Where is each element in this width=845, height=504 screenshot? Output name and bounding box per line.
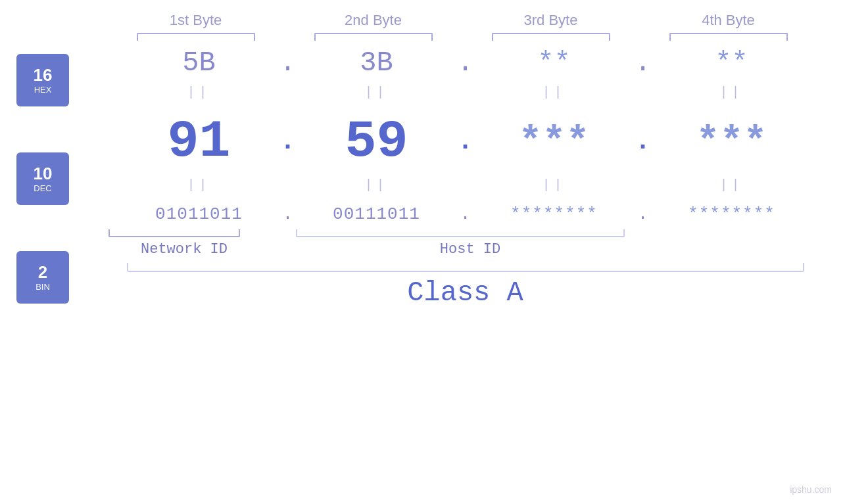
bracket-cell-3 — [462, 33, 640, 41]
bin-sep-1: . — [278, 204, 298, 224]
host-id-label: Host ID — [283, 241, 658, 258]
hex-val-1: 5B — [120, 47, 278, 79]
bin-val-1: 01011011 — [120, 204, 278, 224]
dec-val-2: 59 — [298, 112, 456, 172]
hex-badge-num: 16 — [34, 66, 53, 85]
watermark: ipshu.com — [790, 484, 832, 495]
eq-1-2: || — [298, 85, 456, 100]
dec-val-4: *** — [653, 120, 811, 164]
hex-badge: 16 HEX — [16, 54, 69, 106]
dec-sep-3: . — [633, 127, 653, 156]
byte-header-3: 3rd Byte — [462, 12, 640, 29]
network-id-label: Network ID — [85, 241, 283, 258]
sep-row-1: || || || || — [85, 79, 845, 105]
hex-sep-1: . — [278, 47, 298, 79]
sep-row-2: || || || || — [85, 172, 845, 198]
eq-2-4: || — [653, 177, 811, 193]
bin-val-3: ******** — [475, 204, 633, 224]
hex-sep-2: . — [456, 47, 475, 79]
bracket-3 — [492, 33, 610, 41]
bin-sep-3: . — [633, 204, 653, 224]
eq-1-3: || — [475, 85, 633, 100]
byte-header-2: 2nd Byte — [285, 12, 462, 29]
host-bracket-wrap — [283, 229, 638, 237]
hex-sep-3: . — [633, 47, 653, 79]
dec-sep-1: . — [278, 127, 298, 156]
bin-badge-num: 2 — [38, 263, 47, 282]
top-bracket-row — [39, 33, 845, 41]
bracket-cell-2 — [285, 33, 462, 41]
hex-val-3: ** — [475, 47, 633, 79]
dec-badge-label: DEC — [34, 183, 51, 193]
eq-1-1: || — [120, 85, 278, 100]
class-label-row: Class A — [85, 277, 845, 309]
bracket-cell-1 — [107, 33, 285, 41]
class-bracket-row — [85, 263, 845, 272]
hex-row: 5B . 3B . ** . ** — [85, 47, 845, 79]
bracket-2 — [314, 33, 433, 41]
eq-1-4: || — [653, 85, 811, 100]
dec-badge: 10 DEC — [16, 152, 69, 205]
bin-badge-label: BIN — [36, 282, 50, 292]
byte-headers: 1st Byte 2nd Byte 3rd Byte 4th Byte — [39, 0, 845, 29]
network-bracket-wrap — [85, 229, 263, 237]
rows-wrapper: 16 HEX 10 DEC 2 BIN 5B . — [0, 41, 845, 310]
dec-sep-2: . — [456, 127, 475, 156]
hex-val-4: ** — [653, 47, 811, 79]
host-bracket — [296, 229, 625, 237]
main-container: 1st Byte 2nd Byte 3rd Byte 4th Byte 16 H… — [0, 0, 845, 504]
bin-sep-2: . — [456, 204, 475, 224]
dec-val-3: *** — [475, 120, 633, 164]
eq-2-2: || — [298, 177, 456, 193]
byte-header-1: 1st Byte — [107, 12, 285, 29]
dec-badge-num: 10 — [34, 164, 53, 183]
network-bracket — [109, 229, 240, 237]
eq-2-3: || — [475, 177, 633, 193]
values-column: 5B . 3B . ** . ** — [85, 41, 845, 310]
class-label: Class A — [407, 277, 523, 309]
hex-badge-label: HEX — [34, 85, 52, 95]
bin-row: 01011011 . 00111011 . ******** . — [85, 204, 845, 224]
hex-val-2: 3B — [298, 47, 456, 79]
dec-val-1: 91 — [120, 112, 278, 172]
bracket-4 — [669, 33, 788, 41]
id-labels-row: Network ID Host ID — [85, 241, 845, 258]
bracket-1 — [137, 33, 255, 41]
bin-badge: 2 BIN — [16, 251, 69, 304]
class-bracket — [127, 263, 804, 272]
eq-2-1: || — [120, 177, 278, 193]
byte-header-4: 4th Byte — [640, 12, 817, 29]
bottom-bracket-row — [85, 229, 845, 237]
bin-val-4: ******** — [653, 204, 811, 224]
bracket-cell-4 — [640, 33, 817, 41]
labels-column: 16 HEX 10 DEC 2 BIN — [0, 41, 85, 310]
dec-row: 91 . 59 . *** . *** — [85, 112, 845, 172]
bin-val-2: 00111011 — [298, 204, 456, 224]
